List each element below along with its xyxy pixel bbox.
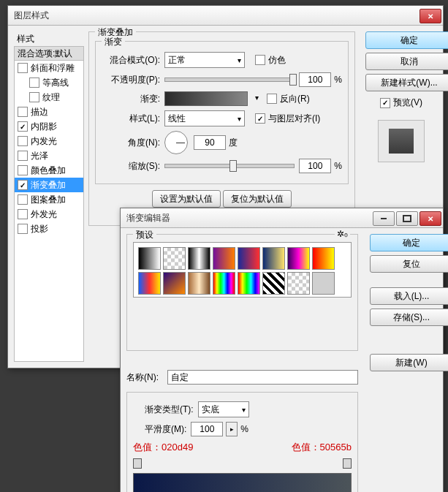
new-style-button[interactable]: 新建样式(W)... bbox=[365, 74, 448, 91]
style-item[interactable]: 图案叠加 bbox=[15, 192, 83, 207]
style-checkbox[interactable] bbox=[18, 136, 28, 146]
style-item-label: 图案叠加 bbox=[31, 194, 66, 206]
presets-grid bbox=[133, 242, 352, 298]
preset-swatch[interactable] bbox=[262, 247, 285, 270]
style-item-label: 颜色叠加 bbox=[31, 164, 66, 177]
preset-swatch[interactable] bbox=[213, 272, 235, 295]
type-select[interactable]: 实底 bbox=[198, 401, 249, 417]
editor-main: 预设 ✲₀ 名称(N): 渐变类型(T): 实底 平滑度(M): 100 ▸ % bbox=[126, 234, 364, 492]
style-checkbox[interactable] bbox=[18, 209, 28, 219]
style-item[interactable]: 外发光 bbox=[15, 207, 83, 222]
smooth-value[interactable]: 100 bbox=[191, 422, 223, 436]
style-select[interactable]: 线性 bbox=[164, 110, 245, 126]
cancel-button[interactable]: 取消 bbox=[365, 53, 448, 70]
preset-swatch[interactable] bbox=[287, 247, 310, 270]
preset-swatch[interactable] bbox=[163, 272, 186, 295]
close-icon[interactable]: ✕ bbox=[419, 211, 441, 226]
preset-swatch[interactable] bbox=[312, 272, 335, 295]
type-label: 渐变类型(T): bbox=[145, 404, 194, 416]
smooth-label: 平滑度(M): bbox=[145, 423, 186, 436]
styles-title: 样式 bbox=[14, 31, 84, 46]
minimize-icon[interactable] bbox=[373, 211, 395, 226]
style-item[interactable]: 纹理 bbox=[15, 90, 83, 105]
preset-swatch[interactable] bbox=[312, 247, 335, 270]
style-checkbox[interactable] bbox=[29, 92, 39, 102]
style-item[interactable]: 光泽 bbox=[15, 148, 83, 163]
style-item-label: 光泽 bbox=[31, 150, 48, 162]
editor-load-button[interactable]: 载入(L)... bbox=[370, 287, 448, 305]
style-item[interactable]: 颜色叠加 bbox=[15, 163, 83, 178]
style-item-label: 内阴影 bbox=[31, 121, 57, 133]
preset-swatch[interactable] bbox=[188, 272, 210, 295]
preset-swatch[interactable] bbox=[213, 247, 235, 270]
editor-titlebar[interactable]: 渐变编辑器 ✕ bbox=[121, 208, 443, 228]
reset-default-button[interactable]: 复位为默认值 bbox=[223, 190, 292, 208]
dither-label: 仿色 bbox=[268, 54, 286, 67]
styles-list: 斜面和浮雕等高线纹理描边内阴影内发光光泽颜色叠加渐变叠加图案叠加外发光投影 bbox=[14, 61, 84, 362]
dither-checkbox[interactable] bbox=[255, 55, 265, 65]
style-item[interactable]: 斜面和浮雕 bbox=[15, 61, 83, 75]
preview-checkbox[interactable] bbox=[380, 98, 390, 108]
style-item[interactable]: 描边 bbox=[15, 105, 83, 119]
style-item-label: 外发光 bbox=[31, 208, 57, 221]
maximize-icon[interactable] bbox=[396, 211, 418, 226]
style-checkbox[interactable] bbox=[18, 194, 28, 205]
gradient-bar[interactable] bbox=[133, 473, 352, 492]
editor-reset-button[interactable]: 复位 bbox=[370, 255, 448, 273]
preset-swatch[interactable] bbox=[138, 272, 161, 295]
align-checkbox[interactable] bbox=[255, 113, 265, 124]
style-checkbox[interactable] bbox=[18, 107, 28, 117]
chevron-right-icon[interactable]: ▸ bbox=[226, 422, 238, 436]
preset-swatch[interactable] bbox=[287, 272, 310, 295]
style-checkbox[interactable] bbox=[29, 77, 39, 88]
align-label: 与图层对齐(I) bbox=[268, 113, 320, 125]
gradient-swatch[interactable] bbox=[164, 91, 248, 106]
style-item[interactable]: 渐变叠加 bbox=[15, 178, 83, 192]
style-item-label: 纹理 bbox=[42, 91, 60, 104]
style-checkbox[interactable] bbox=[18, 63, 28, 73]
style-checkbox[interactable] bbox=[18, 180, 28, 190]
style-item[interactable]: 内阴影 bbox=[15, 119, 83, 134]
preset-swatch[interactable] bbox=[262, 272, 285, 295]
style-item-label: 内发光 bbox=[31, 135, 57, 148]
editor-ok-button[interactable]: 确定 bbox=[370, 234, 448, 251]
name-label: 名称(N): bbox=[126, 371, 167, 384]
scale-slider[interactable] bbox=[164, 164, 295, 168]
blend-mode-select[interactable]: 正常 bbox=[164, 52, 245, 68]
reverse-label: 反向(R) bbox=[280, 93, 310, 105]
ok-button[interactable]: 确定 bbox=[365, 31, 448, 49]
preset-swatch[interactable] bbox=[163, 247, 186, 270]
blend-options-header[interactable]: 混合选项:默认 bbox=[14, 46, 84, 61]
style-checkbox[interactable] bbox=[18, 224, 28, 234]
gradient-editor-dialog: 渐变编辑器 ✕ 预设 ✲₀ 名称(N): 渐变类型(T): 实底 bbox=[120, 208, 444, 492]
scale-value[interactable]: 100 bbox=[299, 159, 331, 173]
style-checkbox[interactable] bbox=[18, 165, 28, 175]
name-field[interactable] bbox=[167, 370, 358, 385]
preset-swatch[interactable] bbox=[238, 272, 260, 295]
style-checkbox[interactable] bbox=[18, 121, 28, 132]
style-item-label: 渐变叠加 bbox=[31, 179, 66, 192]
presets-title: 预设 bbox=[133, 229, 156, 241]
preset-swatch[interactable] bbox=[138, 247, 161, 270]
editor-new-button[interactable]: 新建(W) bbox=[370, 354, 448, 371]
close-icon[interactable]: ✕ bbox=[419, 9, 441, 23]
preset-swatch[interactable] bbox=[238, 247, 260, 270]
opacity-stops[interactable] bbox=[133, 458, 352, 469]
angle-value[interactable]: 90 bbox=[194, 135, 226, 150]
style-checkbox[interactable] bbox=[18, 151, 28, 161]
style-item[interactable]: 等高线 bbox=[15, 75, 83, 90]
opacity-label: 不透明度(P): bbox=[102, 74, 160, 86]
reverse-checkbox[interactable] bbox=[267, 94, 277, 104]
layer-style-titlebar[interactable]: 图层样式 ✕ bbox=[8, 6, 443, 26]
preset-swatch[interactable] bbox=[188, 247, 210, 270]
opacity-slider[interactable] bbox=[164, 77, 295, 82]
style-item[interactable]: 内发光 bbox=[15, 134, 83, 148]
set-default-button[interactable]: 设置为默认值 bbox=[152, 190, 221, 208]
angle-dial[interactable] bbox=[164, 131, 188, 154]
opacity-value[interactable]: 100 bbox=[299, 72, 331, 87]
gradient-label: 渐变: bbox=[102, 93, 160, 105]
style-item[interactable]: 投影 bbox=[15, 222, 83, 236]
gear-icon[interactable]: ✲₀ bbox=[335, 229, 350, 239]
editor-actions: 确定 复位 载入(L)... 存储(S)... 新建(W) bbox=[370, 234, 437, 492]
editor-save-button[interactable]: 存储(S)... bbox=[370, 309, 448, 326]
